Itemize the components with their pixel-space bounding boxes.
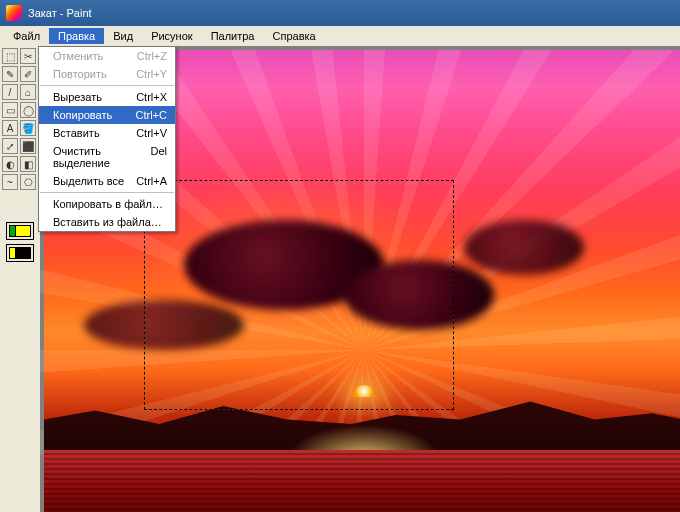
menu-item-shortcut: Ctrl+X <box>136 91 167 103</box>
menu-item-вставить[interactable]: ВставитьCtrl+V <box>39 124 175 142</box>
tool-2[interactable]: ✎ <box>2 66 18 82</box>
app-icon <box>6 5 22 21</box>
menu-item-отменить: ОтменитьCtrl+Z <box>39 47 175 65</box>
menu-item-shortcut: Ctrl+A <box>136 175 167 187</box>
menu-item-label: Отменить <box>53 50 103 62</box>
tool-5[interactable]: ⌂ <box>20 84 36 100</box>
menu-item-копировать[interactable]: КопироватьCtrl+C <box>39 106 175 124</box>
window-title: Закат - Paint <box>28 7 92 19</box>
menu-item-label: Вырезать <box>53 91 102 103</box>
sun <box>352 385 376 397</box>
menu-рисунок[interactable]: Рисунок <box>142 28 202 44</box>
menu-separator <box>40 192 174 193</box>
tool-1[interactable]: ✂ <box>20 48 36 64</box>
menu-item-вырезать[interactable]: ВырезатьCtrl+X <box>39 88 175 106</box>
tool-9[interactable]: 🪣 <box>20 120 36 136</box>
menu-item-выделить-все[interactable]: Выделить всеCtrl+A <box>39 172 175 190</box>
toolbox: ⬚✂✎✐/⌂▭◯A🪣⤢⬛◐◧~⎔ <box>0 46 40 512</box>
water <box>44 450 680 512</box>
cloud <box>344 260 494 330</box>
menu-справка[interactable]: Справка <box>264 28 325 44</box>
menu-item-label: Вставить из файла… <box>53 216 162 228</box>
menu-item-label: Выделить все <box>53 175 124 187</box>
menu-item-label: Повторить <box>53 68 107 80</box>
tool-13[interactable]: ◧ <box>20 156 36 172</box>
menubar: ФайлПравкаВидРисунокПалитраСправка <box>0 26 680 46</box>
tool-7[interactable]: ◯ <box>20 102 36 118</box>
menu-item-повторить: ПовторитьCtrl+Y <box>39 65 175 83</box>
menu-палитра[interactable]: Палитра <box>202 28 264 44</box>
color-swatch-2[interactable] <box>6 244 34 262</box>
tool-11[interactable]: ⬛ <box>20 138 36 154</box>
menu-вид[interactable]: Вид <box>104 28 142 44</box>
menu-item-shortcut: Ctrl+Z <box>137 50 167 62</box>
color-swatch-1[interactable] <box>6 222 34 240</box>
tool-6[interactable]: ▭ <box>2 102 18 118</box>
menu-item-label: Вставить <box>53 127 100 139</box>
menu-item-label: Копировать <box>53 109 112 121</box>
tool-3[interactable]: ✐ <box>20 66 36 82</box>
tool-8[interactable]: A <box>2 120 18 136</box>
tool-0[interactable]: ⬚ <box>2 48 18 64</box>
tool-4[interactable]: / <box>2 84 18 100</box>
menu-item-shortcut: Del <box>150 145 167 169</box>
cloud <box>464 220 584 275</box>
tool-10[interactable]: ⤢ <box>2 138 18 154</box>
menu-item-копировать-в-файл-[interactable]: Копировать в файл… <box>39 195 175 213</box>
menu-item-очистить-выделение[interactable]: Очистить выделениеDel <box>39 142 175 172</box>
menu-item-shortcut: Ctrl+V <box>136 127 167 139</box>
menu-правка[interactable]: Правка <box>49 28 104 44</box>
menu-separator <box>40 85 174 86</box>
menu-item-shortcut: Ctrl+Y <box>136 68 167 80</box>
edit-menu-dropdown: ОтменитьCtrl+ZПовторитьCtrl+YВырезатьCtr… <box>38 46 176 232</box>
menu-файл[interactable]: Файл <box>4 28 49 44</box>
menu-item-label: Копировать в файл… <box>53 198 163 210</box>
menu-item-label: Очистить выделение <box>53 145 150 169</box>
tool-12[interactable]: ◐ <box>2 156 18 172</box>
menu-item-вставить-из-файла-[interactable]: Вставить из файла… <box>39 213 175 231</box>
tool-15[interactable]: ⎔ <box>20 174 36 190</box>
cloud <box>84 300 244 350</box>
menu-item-shortcut: Ctrl+C <box>136 109 167 121</box>
titlebar: Закат - Paint <box>0 0 680 26</box>
tool-14[interactable]: ~ <box>2 174 18 190</box>
mountain <box>44 370 680 460</box>
